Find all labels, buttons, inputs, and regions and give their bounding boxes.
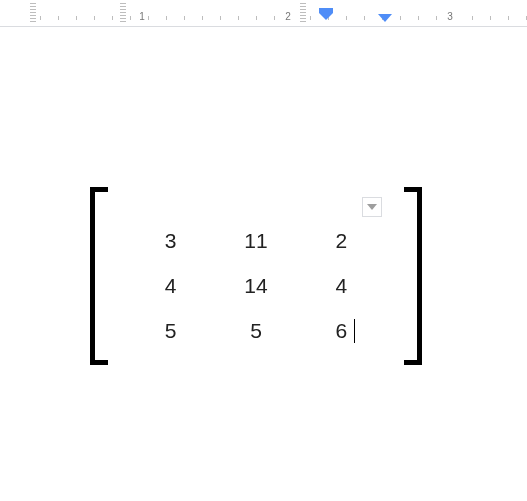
- ruler-tick: [58, 16, 59, 20]
- ruler-tick: [184, 16, 185, 20]
- ruler-tick: [472, 16, 473, 20]
- svg-marker-2: [378, 14, 392, 22]
- ruler-tick: [112, 16, 113, 20]
- equation-matrix[interactable]: 31124144556: [90, 187, 422, 365]
- matrix-cell[interactable]: 2: [299, 229, 384, 253]
- matrix-grid: 31124144556: [128, 219, 384, 353]
- ruler-tick: [148, 16, 149, 20]
- ruler-tick: [418, 16, 419, 20]
- document-page[interactable]: 31124144556: [0, 27, 527, 501]
- matrix-right-bracket: [404, 187, 422, 365]
- ruler-drag-handle[interactable]: [300, 3, 306, 23]
- matrix-cell[interactable]: 4: [299, 274, 384, 298]
- matrix-cell[interactable]: 5: [128, 319, 213, 343]
- ruler-label: 1: [137, 11, 147, 22]
- ruler-tick: [202, 16, 203, 20]
- horizontal-ruler[interactable]: 123: [0, 0, 527, 27]
- ruler-tick: [310, 16, 311, 20]
- ruler-label: 2: [283, 11, 293, 22]
- ruler-tick: [130, 16, 131, 20]
- ruler-tick: [436, 16, 437, 20]
- ruler-drag-handle[interactable]: [30, 3, 36, 23]
- svg-marker-1: [319, 13, 333, 20]
- ruler-tick: [490, 16, 491, 20]
- matrix-left-bracket: [90, 187, 108, 365]
- ruler-tick: [76, 16, 77, 20]
- ruler-tick: [364, 16, 365, 20]
- ruler-tick: [256, 16, 257, 20]
- triangle-down-icon: [367, 204, 377, 210]
- ruler-tick: [274, 16, 275, 20]
- matrix-cell[interactable]: 11: [213, 229, 298, 253]
- equation-options-button[interactable]: [362, 197, 382, 217]
- matrix-cell[interactable]: 4: [128, 274, 213, 298]
- ruler-tick: [94, 16, 95, 20]
- ruler-tick: [220, 16, 221, 20]
- matrix-cell[interactable]: 5: [213, 319, 298, 343]
- ruler-tick: [400, 16, 401, 20]
- ruler-label: 3: [445, 11, 455, 22]
- ruler-tick: [166, 16, 167, 20]
- svg-rect-0: [319, 8, 333, 13]
- ruler-tick: [508, 16, 509, 20]
- ruler-drag-handle[interactable]: [120, 3, 126, 23]
- matrix-cell[interactable]: 3: [128, 229, 213, 253]
- text-caret: [354, 319, 355, 343]
- matrix-cell[interactable]: 6: [299, 319, 384, 343]
- svg-marker-3: [367, 204, 377, 210]
- ruler-tick: [238, 16, 239, 20]
- matrix-cell[interactable]: 14: [213, 274, 298, 298]
- ruler-tick: [40, 16, 41, 20]
- ruler-tick: [346, 16, 347, 20]
